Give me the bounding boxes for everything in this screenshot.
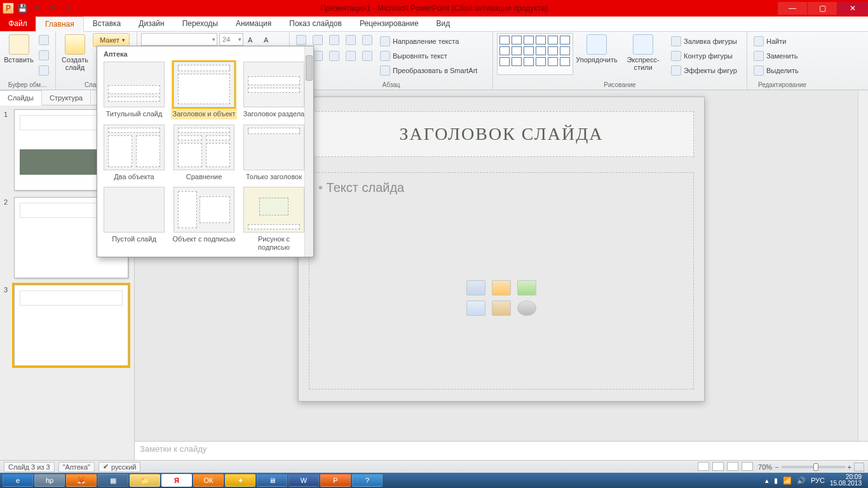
columns-button[interactable] [360,49,375,63]
replace-button[interactable]: Заменить [751,49,801,63]
align-text-button[interactable]: Выровнять текст [377,49,480,63]
reading-view-button[interactable] [727,462,738,471]
close-button[interactable]: ✕ [837,2,868,15]
slideshow-view-button[interactable] [742,462,753,471]
shape-icon[interactable] [499,57,510,66]
zoom-slider[interactable] [782,466,845,468]
grow-font-button[interactable]: A [245,33,259,47]
shape-icon[interactable] [560,46,570,55]
minimize-button[interactable]: — [778,2,807,15]
shape-icon[interactable] [524,36,534,44]
editor-scrollbar[interactable] [858,90,868,441]
dec-indent-button[interactable] [327,33,342,47]
tab-transitions[interactable]: Переходы [173,16,227,31]
slide-body-placeholder[interactable]: Текст слайда [309,172,694,390]
layout-picture-caption[interactable]: Рисунок с подписью [241,186,307,252]
layout-comparison[interactable]: Сравнение [171,123,237,182]
shape-icon[interactable] [548,46,558,55]
shape-icon[interactable] [499,46,510,55]
layout-content-caption[interactable]: Объект с подписью [171,186,237,252]
shape-icon[interactable] [548,57,558,66]
taskbar-app3[interactable]: 🖥 [257,474,287,487]
shape-icon[interactable] [512,46,522,55]
shape-outline-button[interactable]: Контур фигуры [668,49,740,63]
font-size-combo[interactable]: 24 [219,33,243,46]
tab-design[interactable]: Дизайн [130,16,173,31]
tray-network-icon[interactable]: 📶 [783,477,792,485]
bullets-button[interactable] [294,33,309,47]
font-family-combo[interactable] [141,33,217,46]
taskbar-powerpoint[interactable]: P [320,474,351,487]
shape-icon[interactable] [499,36,510,44]
slide-title-placeholder[interactable]: ЗАГОЛОВОК СЛАЙДА [309,111,694,157]
taskbar-app1[interactable]: ▦ [98,474,128,487]
status-language[interactable]: ✔ русский [98,462,140,472]
shapes-gallery[interactable] [497,33,573,75]
undo-icon[interactable]: ↶ [31,1,44,15]
fit-window-button[interactable] [854,463,864,471]
zoom-out-button[interactable]: − [775,463,778,471]
convert-smartart-button[interactable]: Преобразовать в SmartArt [377,64,480,78]
tray-up-icon[interactable]: ▴ [765,477,769,485]
shape-icon[interactable] [548,36,558,44]
taskbar-word[interactable]: W [288,474,319,487]
text-direction-button[interactable]: Направление текста [377,34,480,48]
maximize-button[interactable]: ▢ [808,2,837,15]
taskbar-help[interactable]: ? [352,474,383,487]
line-spacing-button[interactable] [360,33,375,47]
paste-button[interactable]: Вставить [4,33,34,64]
qat-more-icon[interactable]: ▾ [61,1,75,15]
redo-icon[interactable]: ↷ [46,1,60,15]
notes-pane[interactable]: Заметки к слайду [135,441,868,460]
layout-title-slide[interactable]: Титульный слайд [101,60,167,119]
tray-volume-icon[interactable]: 🔊 [797,477,806,485]
tab-view[interactable]: Вид [428,16,459,31]
taskbar-yandex[interactable]: Я [161,474,192,487]
insert-table-icon[interactable] [466,280,485,295]
file-tab[interactable]: Файл [0,16,36,31]
taskbar-ok[interactable]: ОК [193,474,224,487]
arrange-button[interactable]: Упорядочить [576,33,618,64]
taskbar-firefox[interactable]: 🦊 [66,474,97,487]
shape-icon[interactable] [524,57,534,66]
insert-clipart-icon[interactable] [492,301,511,316]
find-button[interactable]: Найти [751,34,801,48]
tray-battery-icon[interactable]: ▮ [774,477,778,485]
layout-blank[interactable]: Пустой слайд [101,186,167,252]
shape-fill-button[interactable]: Заливка фигуры [668,34,740,48]
taskbar-hp[interactable]: hp [34,474,65,487]
align-right-button[interactable] [327,49,342,63]
slide-thumbnail[interactable] [14,285,128,366]
insert-chart-icon[interactable] [492,280,511,295]
layout-title-only[interactable]: Только заголовок [241,123,307,182]
layout-dropdown-scrollbar[interactable] [304,46,313,257]
taskbar-app2[interactable]: ✦ [225,474,255,487]
panel-tab-outline[interactable]: Структура [42,90,91,105]
align-justify-button[interactable] [343,49,358,63]
save-icon[interactable]: 💾 [15,1,29,15]
tab-slideshow[interactable]: Показ слайдов [280,16,351,31]
shape-effects-button[interactable]: Эффекты фигур [668,64,740,78]
shape-icon[interactable] [512,36,522,44]
shape-icon[interactable] [536,36,546,44]
layout-title-content[interactable]: Заголовок и объект [171,60,237,119]
shape-icon[interactable] [560,36,570,44]
tab-review[interactable]: Рецензирование [351,16,428,31]
slide-canvas[interactable]: ЗАГОЛОВОК СЛАЙДА Текст слайда [298,97,705,402]
tab-insert[interactable]: Вставка [84,16,130,31]
taskbar-explorer[interactable]: 📁 [130,474,160,487]
shape-icon[interactable] [536,57,546,66]
shape-icon[interactable] [524,46,534,55]
slide-thumb-row[interactable]: 3 [4,285,130,366]
shape-icon[interactable] [512,57,522,66]
shape-icon[interactable] [560,57,570,66]
normal-view-button[interactable] [698,462,709,471]
quick-styles-button[interactable]: Экспресс-стили [620,33,666,71]
insert-picture-icon[interactable] [466,301,485,316]
formatpainter-button[interactable] [36,64,51,78]
copy-button[interactable] [36,48,51,62]
layout-two-content[interactable]: Два объекта [101,123,167,182]
shape-icon[interactable] [536,46,546,55]
insert-smartart-icon[interactable] [517,280,536,295]
taskbar-ie[interactable]: e [3,474,33,487]
